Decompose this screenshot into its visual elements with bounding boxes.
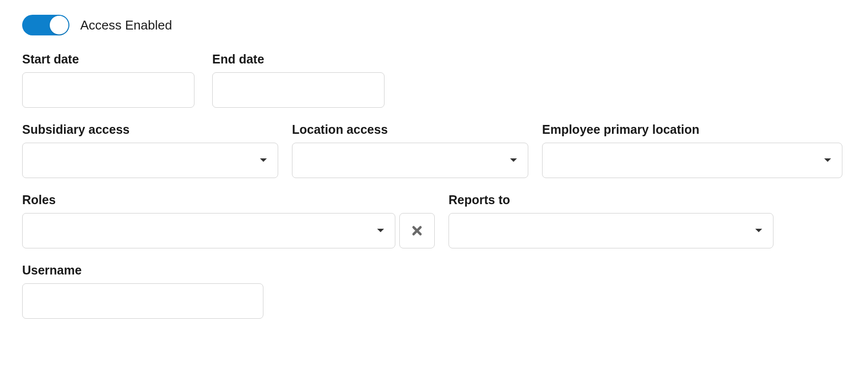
location-access-value (292, 143, 528, 178)
roles-select[interactable] (22, 213, 395, 248)
username-input[interactable] (22, 283, 263, 319)
employee-primary-location-select[interactable] (542, 143, 842, 178)
reports-to-select[interactable] (449, 213, 773, 248)
end-date-input[interactable] (212, 72, 385, 108)
subsidiary-access-field: Subsidiary access (22, 122, 278, 178)
location-access-field: Location access (292, 122, 528, 178)
start-date-field: Start date (22, 52, 194, 108)
date-row: Start date End date (22, 52, 846, 108)
roles-value (22, 213, 395, 248)
access-enabled-label: Access Enabled (80, 18, 172, 33)
roles-input-group (22, 213, 435, 248)
access-enabled-toggle[interactable] (22, 15, 69, 35)
roles-field: Roles (22, 193, 435, 248)
access-row: Subsidiary access Location access Employ… (22, 122, 846, 178)
start-date-input[interactable] (22, 72, 194, 108)
reports-to-value (449, 213, 773, 248)
subsidiary-access-label: Subsidiary access (22, 122, 278, 137)
roles-clear-button[interactable] (399, 213, 435, 248)
username-field: Username (22, 263, 263, 319)
employee-primary-location-value (542, 143, 842, 178)
subsidiary-access-select[interactable] (22, 143, 278, 178)
subsidiary-access-value (22, 143, 278, 178)
roles-label: Roles (22, 193, 435, 207)
end-date-field: End date (212, 52, 385, 108)
reports-to-label: Reports to (449, 193, 773, 207)
employee-primary-location-label: Employee primary location (542, 122, 842, 137)
username-label: Username (22, 263, 263, 277)
location-access-select[interactable] (292, 143, 528, 178)
end-date-label: End date (212, 52, 385, 66)
close-icon (412, 225, 422, 236)
location-access-label: Location access (292, 122, 528, 137)
employee-primary-location-field: Employee primary location (542, 122, 842, 178)
start-date-label: Start date (22, 52, 194, 66)
access-toggle-row: Access Enabled (22, 15, 846, 35)
roles-reports-row: Roles Reports to (22, 193, 846, 248)
reports-to-field: Reports to (449, 193, 773, 248)
username-row: Username (22, 263, 846, 319)
toggle-knob (50, 16, 68, 34)
